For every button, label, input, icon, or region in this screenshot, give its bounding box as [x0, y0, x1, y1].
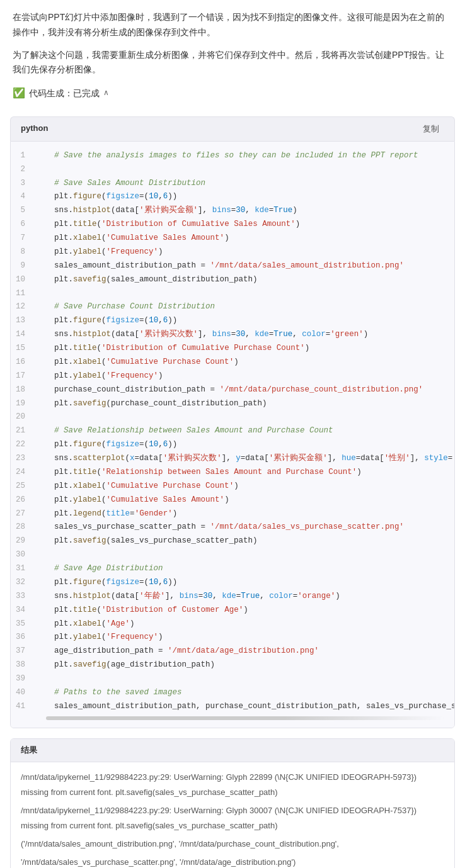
line-content: sns.histplot(data['累计购买金额'], bins=30, kd… [35, 204, 455, 218]
line-number: 1 [11, 149, 35, 163]
line-content: plt.savefig(purchase_count_distribution_… [35, 397, 455, 411]
code-line: 15 plt.title('Distribution of Cumulative… [11, 342, 455, 356]
line-number: 38 [11, 658, 35, 672]
code-line: 16 plt.xlabel('Cumulative Purchase Count… [11, 356, 455, 369]
code-language-label: python [21, 122, 48, 135]
line-number: 26 [11, 493, 35, 507]
line-content: plt.savefig(sales_vs_purchase_scatter_pa… [35, 534, 455, 548]
result-section: 结果 /mnt/data/ipykernel_11/929884223.py:2… [10, 738, 455, 868]
line-content: plt.figure(figsize=(10,6)) [35, 314, 455, 328]
line-content: plt.ylabel('Frequency') [35, 245, 455, 259]
code-line: 1 # Save the analysis images to files so… [11, 149, 455, 163]
code-line: 7 plt.xlabel('Cumulative Sales Amount') [11, 232, 455, 245]
line-content: # Save Sales Amount Distribution [35, 177, 455, 191]
line-number: 36 [11, 631, 35, 645]
line-content: # Save Purchase Count Distribution [35, 300, 455, 314]
line-content: sales_amount_distribution_path, purchase… [35, 700, 455, 714]
line-content: # Save Relationship between Sales Amount… [35, 424, 455, 438]
line-content: plt.ylabel('Frequency') [35, 631, 455, 645]
result-line: /mnt/data/ipykernel_11/929884223.py:29: … [21, 803, 444, 833]
code-line: 32 plt.figure(figsize=(10,6)) [11, 576, 455, 590]
line-number: 6 [11, 218, 35, 232]
line-number: 30 [11, 548, 35, 562]
line-number: 27 [11, 507, 35, 521]
line-number: 33 [11, 590, 35, 604]
line-number: 22 [11, 438, 35, 452]
line-content: sns.scatterplot(x=data['累计购买次数'], y=data… [35, 452, 455, 466]
code-line: 13 plt.figure(figsize=(10,6)) [11, 314, 455, 328]
intro-para2: 为了解决这个问题，我需要重新生成分析图像，并将它们保存到文件中。然后，我将再次尝… [13, 48, 452, 78]
code-line: 29 plt.savefig(sales_vs_purchase_scatter… [11, 534, 455, 548]
code-line: 28 sales_vs_purchase_scatter_path = '/mn… [11, 521, 455, 534]
line-number: 39 [11, 672, 35, 686]
code-block[interactable]: 1 # Save the analysis images to files so… [10, 141, 455, 728]
code-line: 41 sales_amount_distribution_path, purch… [11, 700, 455, 714]
code-section: python 复制 1 # Save the analysis images t… [10, 116, 455, 728]
code-line: 27 plt.legend(title='Gender') [11, 507, 455, 521]
result-line: /mnt/data/ipykernel_11/929884223.py:29: … [21, 770, 444, 799]
line-number: 10 [11, 273, 35, 287]
code-line: 40 # Paths to the saved images [11, 686, 455, 700]
line-number: 7 [11, 232, 35, 245]
line-content: sns.histplot(data['年龄'], bins=30, kde=Tr… [35, 590, 455, 604]
copy-button[interactable]: 复制 [418, 122, 444, 136]
code-line: 39 [11, 672, 455, 686]
line-number: 9 [11, 259, 35, 273]
code-line: 37 age_distribution_path = '/mnt/data/ag… [11, 645, 455, 658]
result-content: /mnt/data/ipykernel_11/929884223.py:29: … [11, 762, 454, 868]
line-number: 28 [11, 521, 35, 534]
line-number: 24 [11, 466, 35, 480]
code-line: 21 # Save Relationship between Sales Amo… [11, 424, 455, 438]
line-number: 37 [11, 645, 35, 658]
chevron-icon: ∧ [103, 87, 109, 99]
code-line: 30 [11, 548, 455, 562]
line-content: purchase_count_distribution_path = '/mnt… [35, 383, 455, 397]
line-content: plt.title('Distribution of Cumulative Sa… [35, 218, 455, 232]
line-number: 41 [11, 700, 35, 714]
code-line: 14 sns.histplot(data['累计购买次数'], bins=30,… [11, 328, 455, 342]
code-line: 18 purchase_count_distribution_path = '/… [11, 383, 455, 397]
line-number: 3 [11, 177, 35, 191]
line-number: 23 [11, 452, 35, 466]
code-line: 26 plt.ylabel('Cumulative Sales Amount') [11, 493, 455, 507]
line-content: sales_amount_distribution_path = '/mnt/d… [35, 259, 455, 273]
line-content: plt.savefig(sales_amount_distribution_pa… [35, 273, 455, 287]
line-content: age_distribution_path = '/mnt/data/age_d… [35, 645, 455, 658]
code-line: 20 [11, 410, 455, 424]
code-line: 22 plt.figure(figsize=(10,6)) [11, 438, 455, 452]
code-line: 9 sales_amount_distribution_path = '/mnt… [11, 259, 455, 273]
line-content: sns.histplot(data['累计购买次数'], bins=30, kd… [35, 328, 455, 342]
line-content: plt.legend(title='Gender') [35, 507, 455, 521]
line-number: 14 [11, 328, 35, 342]
status-text: 代码生成：已完成 [29, 86, 100, 100]
line-number: 34 [11, 604, 35, 617]
line-content [35, 548, 455, 562]
line-content [35, 287, 455, 301]
code-table: 1 # Save the analysis images to files so… [11, 149, 455, 714]
line-number: 11 [11, 287, 35, 301]
line-number: 35 [11, 617, 35, 631]
code-line: 3 # Save Sales Amount Distribution [11, 177, 455, 191]
line-number: 32 [11, 576, 35, 590]
line-content: plt.xlabel('Cumulative Purchase Count') [35, 356, 455, 369]
line-content: # Paths to the saved images [35, 686, 455, 700]
line-content: plt.title('Distribution of Customer Age'… [35, 604, 455, 617]
line-number: 4 [11, 190, 35, 204]
line-content: plt.figure(figsize=(10,6)) [35, 438, 455, 452]
code-line: 23 sns.scatterplot(x=data['累计购买次数'], y=d… [11, 452, 455, 466]
line-number: 25 [11, 480, 35, 493]
line-number: 17 [11, 369, 35, 383]
intro-para1: 在尝试向PPT幻灯片中添加图像时，我遇到了一个错误，因为找不到指定的图像文件。这… [13, 10, 452, 40]
line-content: plt.ylabel('Cumulative Sales Amount') [35, 493, 455, 507]
line-content: plt.savefig(age_distribution_path) [35, 658, 455, 672]
line-number: 20 [11, 410, 35, 424]
code-line: 2 [11, 163, 455, 177]
line-number: 13 [11, 314, 35, 328]
code-line: 4 plt.figure(figsize=(10,6)) [11, 190, 455, 204]
line-number: 2 [11, 163, 35, 177]
line-content: plt.ylabel('Frequency') [35, 369, 455, 383]
line-content: plt.title('Distribution of Cumulative Pu… [35, 342, 455, 356]
line-number: 40 [11, 686, 35, 700]
line-number: 16 [11, 356, 35, 369]
horizontal-scrollbar[interactable] [46, 716, 444, 720]
